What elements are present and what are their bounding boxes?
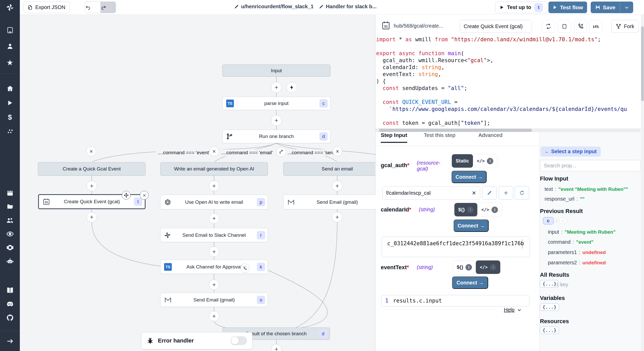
github-icon[interactable]: [6, 314, 14, 322]
error-handler-card[interactable]: Error handler: [141, 332, 252, 349]
add-resource-button[interactable]: +: [499, 186, 513, 200]
insert-step-button[interactable]: +: [332, 212, 342, 222]
save-button[interactable]: Save: [591, 2, 620, 13]
insert-step-button[interactable]: +: [209, 247, 219, 257]
insert-step-button[interactable]: +: [271, 115, 282, 126]
resources-expand[interactable]: {...}: [540, 326, 559, 334]
delete-step-button[interactable]: [140, 191, 149, 200]
resources-cubes-icon[interactable]: [6, 128, 14, 136]
insert-step-button[interactable]: +: [332, 181, 342, 191]
previous-result-row[interactable]: input:"Meeting with Ruben": [548, 229, 615, 235]
move-step-handle[interactable]: [122, 191, 131, 200]
step-summary-input[interactable]: Create Quick Event (gcal): [460, 20, 532, 33]
workers-robot-icon[interactable]: [6, 257, 14, 265]
windmill-logo[interactable]: [0, 0, 20, 15]
insert-step-button[interactable]: +: [209, 213, 219, 224]
script-path[interactable]: hub/568/gcal/create...: [394, 23, 443, 29]
favorites-star-icon[interactable]: ★: [6, 58, 13, 67]
insert-step-button[interactable]: +: [87, 181, 97, 191]
edit-resource-button[interactable]: [482, 186, 497, 200]
remove-branch-button[interactable]: [209, 146, 219, 156]
flow-summary-breadcrumb[interactable]: Handler for slack b...: [319, 4, 377, 10]
variables-expand[interactable]: {...}: [540, 303, 559, 311]
tab-test-this-step[interactable]: Test this step: [424, 132, 455, 142]
event-text-editor[interactable]: 1 results.c.input: [381, 295, 529, 306]
insert-step-button[interactable]: +: [87, 212, 97, 222]
event-text-mode-toggle[interactable]: ${}i </>i: [453, 260, 501, 274]
parse-input-node[interactable]: TS parse input c: [222, 97, 331, 110]
calendar-id-mode-toggle[interactable]: ${}i </>i: [454, 203, 502, 217]
home-icon[interactable]: [6, 85, 14, 92]
fork-button[interactable]: Fork: [611, 20, 639, 33]
openai-step-node[interactable]: Use Open AI to write email p: [160, 195, 268, 209]
variables-dollar-icon[interactable]: $: [8, 113, 12, 121]
clear-icon[interactable]: [472, 191, 476, 195]
search-prop-input[interactable]: Search prop...: [540, 160, 641, 171]
box-icon-button[interactable]: [558, 20, 571, 33]
calendar-id-connect-button[interactable]: Connect →: [454, 219, 489, 232]
approval-step-node[interactable]: TS Ask Channel for Approval k: [160, 260, 268, 274]
branch-condition[interactable]: ....command === 'event': [156, 149, 212, 156]
schedules-calendar-icon[interactable]: [6, 189, 14, 197]
branch-header[interactable]: Write an email generated by Open AI: [160, 162, 268, 176]
docs-book-icon[interactable]: [6, 287, 14, 294]
code-horizontal-scrollbar[interactable]: [376, 128, 641, 132]
previous-result-row[interactable]: parameters2:undefined: [548, 260, 606, 266]
flow-input-row[interactable]: text:"event "Meeting with Ruben"": [545, 186, 628, 192]
add-branch-button[interactable]: [276, 147, 286, 157]
flow-input-row[interactable]: response_url:"": [545, 196, 584, 202]
gmail-right-step-node[interactable]: Send Email (gmail): [283, 195, 391, 209]
groups-icon[interactable]: [6, 217, 14, 224]
input-node[interactable]: Input: [222, 64, 331, 77]
insert-step-button[interactable]: +: [271, 82, 282, 93]
run-one-branch-node[interactable]: Run one branch d: [222, 130, 331, 143]
settings-gear-icon[interactable]: [6, 244, 14, 251]
collapse-button[interactable]: -: [560, 218, 566, 224]
insert-step-button[interactable]: +: [209, 280, 219, 290]
step-id-pill[interactable]: c: [543, 217, 554, 224]
previous-result-row[interactable]: parameters1:undefined: [548, 249, 606, 255]
reload-resource-button[interactable]: [515, 186, 529, 200]
branch-header[interactable]: Send an email: [283, 162, 391, 176]
remove-branch-button[interactable]: [333, 146, 342, 156]
help-link[interactable]: Help: [504, 307, 522, 313]
redo-button[interactable]: [100, 2, 116, 13]
select-step-input-pill[interactable]: ← Select a step input: [540, 146, 601, 157]
phone-incoming-button[interactable]: [574, 20, 587, 33]
code-editor[interactable]: import * as wmill from "https://deno.lan…: [376, 36, 640, 128]
audit-eye-icon[interactable]: [6, 230, 14, 238]
refresh-script-button[interactable]: [542, 20, 555, 33]
branch-condition[interactable]: ...command === 'send': [285, 149, 339, 156]
previous-result-row[interactable]: command:"event": [548, 239, 594, 245]
trigger-lightning-button[interactable]: [286, 82, 297, 93]
gmail-step-node[interactable]: Send Email (gmail) o: [160, 293, 268, 307]
calendar-id-editor[interactable]: c_0312442e881ae6fcf1dec23f54916a389f1c17…: [382, 236, 530, 257]
undo-button[interactable]: [85, 2, 100, 13]
test-up-to-button[interactable]: Test up to t: [495, 2, 547, 13]
runs-play-icon[interactable]: [7, 100, 13, 106]
insert-step-button[interactable]: +: [209, 181, 219, 191]
insert-step-button[interactable]: +: [209, 311, 219, 321]
gcal-auth-connect-button[interactable]: Connect →: [452, 171, 487, 183]
layout-icon-button[interactable]: [589, 20, 602, 33]
slack-step-node[interactable]: Send Email to Slack Channel r: [160, 228, 268, 242]
remove-branch-button[interactable]: [86, 146, 96, 156]
tab-step-input[interactable]: Step Input: [381, 132, 407, 143]
folders-icon[interactable]: [6, 203, 14, 210]
collapse-arrow-icon[interactable]: [6, 338, 14, 345]
export-json-button[interactable]: Export JSON: [23, 2, 70, 13]
flow-path-breadcrumb[interactable]: u/henricourdent/flow_slack_1: [234, 4, 313, 10]
gcal-auth-resource-input[interactable]: f/calendar/escp_cal: [382, 186, 480, 200]
branch-header[interactable]: Create a Quick Gcal Event: [38, 162, 146, 176]
event-text-connect-button[interactable]: Connect →: [452, 276, 488, 289]
error-handler-toggle[interactable]: [231, 336, 247, 345]
user-icon[interactable]: [6, 43, 14, 50]
gcal-auth-mode-toggle[interactable]: Static </>i: [452, 154, 497, 168]
tab-advanced[interactable]: Advanced: [478, 132, 502, 142]
branch-condition[interactable]: ....command === 'email': [219, 149, 275, 156]
test-flow-button[interactable]: Test flow: [548, 2, 587, 13]
discord-icon[interactable]: [6, 300, 14, 308]
window-scrollbar[interactable]: [641, 15, 644, 351]
workspace-icon[interactable]: [6, 27, 14, 34]
save-dropdown-button[interactable]: [620, 2, 633, 13]
